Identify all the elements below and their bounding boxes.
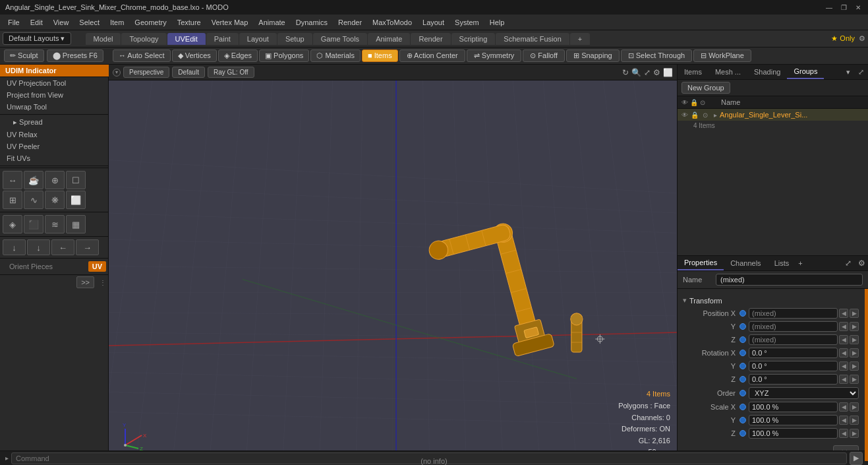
tool-icon-zigzag[interactable]: ≋ [45, 215, 65, 233]
menu-file[interactable]: File [3, 17, 25, 28]
arrow-down-icon[interactable]: ↓ [3, 239, 26, 255]
tab-paint[interactable]: Paint [206, 33, 239, 45]
viewport-settings-icon[interactable]: ⚙ [653, 68, 660, 77]
order-circle[interactable] [739, 390, 746, 396]
tab-topology[interactable]: Topology [121, 33, 166, 45]
tab-render[interactable]: Render [411, 33, 450, 45]
tab-properties[interactable]: Properties [678, 256, 724, 270]
rb-expand-icon[interactable]: ⤢ [842, 257, 854, 269]
rotation-z-dec[interactable]: ◀ [839, 375, 848, 384]
menu-dynamics[interactable]: Dynamics [291, 17, 333, 28]
menu-view[interactable]: View [48, 17, 74, 28]
tab-model[interactable]: Model [86, 33, 121, 45]
perspective-button[interactable]: Perspective [123, 67, 169, 78]
close-button[interactable]: ✕ [854, 3, 863, 12]
name-value[interactable]: (mixed) [716, 274, 863, 286]
uv-peeler[interactable]: UV Peeler [0, 140, 109, 152]
position-x-dec[interactable]: ◀ [839, 309, 848, 318]
udim-indicator[interactable]: UDIM Indicator [0, 65, 109, 77]
uv-projection-tool[interactable]: UV Projection Tool [0, 77, 109, 89]
position-x-inc[interactable]: ▶ [850, 309, 859, 318]
rotation-x-input[interactable]: 0.0 ° [749, 348, 838, 358]
group-render-icon[interactable]: ⊙ [701, 110, 710, 119]
maximize-button[interactable]: ❐ [839, 3, 848, 12]
rb-settings-icon[interactable]: ⚙ [855, 257, 868, 269]
minimize-button[interactable]: — [825, 3, 834, 12]
select-through-button[interactable]: ⊡ Select Through [621, 49, 692, 62]
rotation-y-inc[interactable]: ▶ [850, 361, 859, 371]
menu-edit[interactable]: Edit [25, 17, 48, 28]
edges-button[interactable]: ◈ Edges [218, 49, 258, 62]
scale-x-input[interactable]: 100.0 % [749, 402, 838, 412]
materials-button[interactable]: ⬡ Materials [310, 49, 361, 62]
rotation-x-circle[interactable] [739, 350, 746, 356]
tab-game-tools[interactable]: Game Tools [313, 33, 368, 45]
sculpt-button[interactable]: ✏ Sculpt [4, 49, 44, 62]
scale-z-dec[interactable]: ◀ [839, 429, 848, 438]
group-lock-icon[interactable]: 🔒 [691, 110, 700, 119]
viewport-rotate-icon[interactable]: ↻ [622, 68, 629, 77]
menu-maxtomodo[interactable]: MaxToModo [367, 17, 417, 28]
items-button[interactable]: ■ Items [362, 49, 398, 62]
group-eye-icon[interactable]: 👁 [680, 110, 689, 119]
snapping-button[interactable]: ⊞ Snapping [566, 49, 620, 62]
tab-add[interactable]: + [570, 33, 590, 45]
menu-animate[interactable]: Animate [253, 17, 290, 28]
tab-uvedit[interactable]: UVEdit [167, 33, 206, 45]
position-z-inc[interactable]: ▶ [850, 335, 859, 344]
menu-select[interactable]: Select [74, 17, 105, 28]
tab-shading[interactable]: Shading [747, 65, 787, 78]
scale-z-input[interactable]: 100.0 % [749, 428, 838, 439]
tool-icon-box[interactable]: ☐ [66, 171, 86, 189]
header-render-icon[interactable]: ⊙ [700, 99, 705, 106]
position-y-inc[interactable]: ▶ [850, 322, 859, 331]
tool-icon-fan[interactable]: ❋ [45, 191, 65, 209]
menu-item[interactable]: Item [105, 17, 129, 28]
menu-vertex-map[interactable]: Vertex Map [206, 17, 254, 28]
header-eye-icon[interactable]: 👁 [681, 99, 688, 106]
scale-z-circle[interactable] [739, 430, 746, 437]
tool-icon-move[interactable]: ↔ [3, 171, 22, 189]
add-tab-button[interactable]: + [796, 257, 805, 270]
tab-groups[interactable]: Groups [787, 65, 824, 79]
position-x-circle[interactable] [739, 310, 746, 317]
falloff-button[interactable]: ⊙ Falloff [523, 49, 565, 62]
more-tabs-button[interactable]: ▾ [842, 65, 854, 79]
rotation-y-input[interactable]: 0.0 ° [749, 361, 838, 371]
position-z-circle[interactable] [739, 336, 746, 343]
viewport-menu-button[interactable]: ▾ [113, 69, 121, 77]
fit-uvs[interactable]: Fit UVs [0, 152, 109, 164]
scale-z-inc[interactable]: ▶ [850, 429, 859, 438]
position-x-input[interactable]: (mixed) [749, 308, 838, 319]
tab-scripting[interactable]: Scripting [451, 33, 496, 45]
expand-left-panel-button[interactable]: >> [76, 276, 94, 288]
rotation-y-dec[interactable]: ◀ [839, 361, 848, 371]
order-select[interactable]: XYZ [749, 387, 859, 399]
tab-mesh[interactable]: Mesh ... [709, 65, 747, 78]
scene-area[interactable]: X Y Z 4 Items Polygons : Face Channels: … [109, 80, 677, 465]
tab-setup[interactable]: Setup [277, 33, 312, 45]
tab-animate[interactable]: Animate [368, 33, 410, 45]
scale-y-input[interactable]: 100.0 % [749, 415, 838, 425]
auto-select-button[interactable]: ↔ Auto Select [113, 49, 171, 62]
rotation-z-input[interactable]: 0.0 ° [749, 374, 838, 385]
tool-icon-wave[interactable]: ∿ [24, 191, 43, 209]
group-name[interactable]: Angular_Single_Lever_Si... [720, 111, 865, 119]
position-y-dec[interactable]: ◀ [839, 322, 848, 331]
transform-section-header[interactable]: ▾ Transform [680, 294, 861, 307]
uv-relax[interactable]: UV Relax [0, 129, 109, 140]
menu-texture[interactable]: Texture [172, 17, 206, 28]
tool-icon-grid[interactable]: ⊞ [3, 191, 22, 209]
layout-dropdown[interactable]: Default Layouts ▾ [3, 32, 71, 45]
rotation-y-circle[interactable] [739, 363, 746, 369]
gear-icon[interactable]: ⚙ [859, 34, 865, 43]
spread-item[interactable]: ▸ Spread [0, 116, 109, 129]
position-y-circle[interactable] [739, 323, 746, 330]
rotation-x-dec[interactable]: ◀ [839, 348, 848, 357]
symmetry-button[interactable]: ⇌ Symmetry [467, 49, 522, 62]
tool-icon-scale[interactable]: ⊕ [45, 171, 65, 189]
viewport-expand-icon[interactable]: ⤢ [644, 68, 651, 77]
viewport-zoom-icon[interactable]: 🔍 [631, 68, 641, 77]
command-input[interactable] [11, 452, 847, 464]
command-run-button[interactable]: ▶ [850, 452, 863, 465]
